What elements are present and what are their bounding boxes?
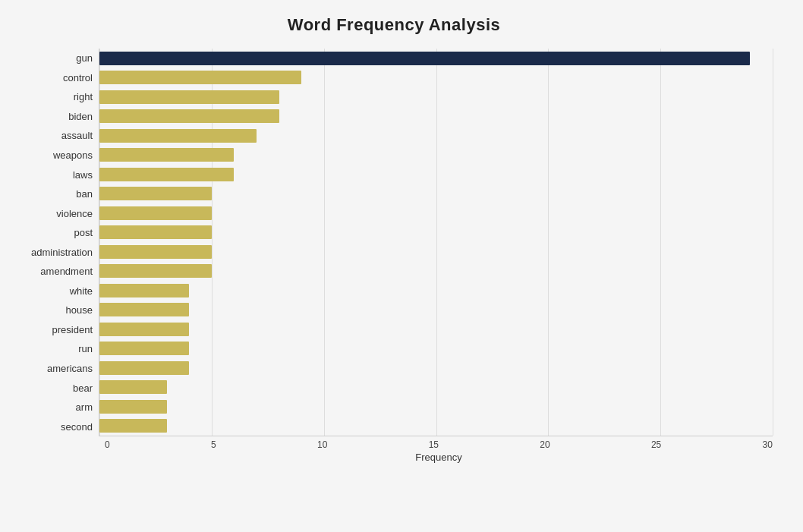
- bar-row: [99, 127, 773, 144]
- bar-row: [99, 185, 773, 202]
- chart-area: guncontrolrightbidenassaultweaponslawsba…: [15, 49, 773, 436]
- bar-row: [99, 340, 773, 357]
- x-tick: 10: [317, 439, 327, 450]
- y-label: laws: [15, 170, 93, 180]
- grid-line: [773, 49, 773, 436]
- bar-row: [99, 50, 773, 67]
- bar: [99, 109, 279, 123]
- x-axis-title: Frequency: [105, 452, 773, 463]
- bar: [99, 168, 234, 181]
- x-axis: 051015202530 Frequency: [105, 436, 773, 463]
- y-label: bear: [15, 383, 93, 393]
- y-label: house: [15, 305, 93, 315]
- bar-row: [99, 263, 773, 279]
- y-label: weapons: [15, 150, 93, 160]
- x-tick: 5: [211, 439, 216, 450]
- x-tick: 30: [763, 439, 773, 450]
- bar-row: [99, 244, 773, 260]
- bar-row: [99, 398, 773, 415]
- bar: [99, 264, 212, 278]
- x-tick: 25: [651, 439, 661, 450]
- bar-row: [99, 379, 773, 395]
- bar: [99, 225, 212, 239]
- bar: [99, 129, 257, 143]
- bar-row: [99, 360, 773, 376]
- bar-row: [99, 69, 773, 86]
- bar: [99, 206, 212, 220]
- bar-row: [99, 321, 773, 338]
- bar: [99, 52, 750, 65]
- y-label: run: [15, 344, 93, 354]
- y-label: arm: [15, 402, 93, 412]
- bar-row: [99, 108, 773, 124]
- x-tick: 20: [540, 439, 550, 450]
- bar: [99, 361, 189, 375]
- y-label: americans: [15, 364, 93, 373]
- bar: [99, 380, 167, 394]
- bar: [99, 71, 301, 84]
- bar: [99, 400, 167, 414]
- bar: [99, 342, 189, 355]
- bar: [99, 187, 212, 200]
- y-label: control: [15, 73, 93, 83]
- y-label: right: [15, 92, 93, 102]
- y-label: post: [15, 228, 93, 238]
- y-label: violence: [15, 209, 93, 219]
- bar: [99, 303, 189, 316]
- bar: [99, 148, 234, 162]
- bar: [99, 323, 189, 336]
- y-label: ban: [15, 189, 93, 199]
- y-label: administration: [15, 247, 93, 257]
- bar-row: [99, 89, 773, 105]
- bar-row: [99, 166, 773, 183]
- y-label: assault: [15, 131, 93, 140]
- bar: [99, 245, 212, 259]
- y-label: gun: [15, 53, 93, 63]
- bar: [99, 284, 189, 297]
- bar-row: [99, 417, 773, 434]
- bar-row: [99, 146, 773, 163]
- chart-title: Word Frequency Analysis: [15, 15, 773, 35]
- bar: [99, 90, 279, 104]
- y-label: white: [15, 286, 93, 296]
- bar-row: [99, 301, 773, 318]
- x-tick: 0: [105, 439, 110, 450]
- bar-row: [99, 224, 773, 241]
- bar-row: [99, 282, 773, 299]
- plot-area: [99, 49, 773, 436]
- y-label: amendment: [15, 266, 93, 276]
- y-labels: guncontrolrightbidenassaultweaponslawsba…: [15, 49, 99, 436]
- x-tick: 15: [429, 439, 439, 450]
- y-label: president: [15, 325, 93, 335]
- bar-row: [99, 205, 773, 222]
- bar: [99, 419, 167, 433]
- x-tick-labels: 051015202530: [105, 439, 773, 450]
- chart-container: Word Frequency Analysis guncontrolrightb…: [0, 0, 803, 532]
- y-label: second: [15, 422, 93, 432]
- y-label: biden: [15, 112, 93, 121]
